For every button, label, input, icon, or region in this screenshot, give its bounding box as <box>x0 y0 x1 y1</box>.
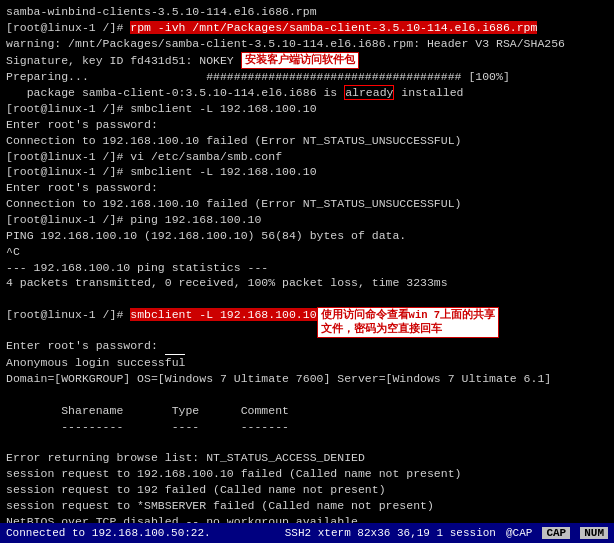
line-14: [root@linux-1 /]# ping 192.168.100.10 <box>6 212 608 228</box>
terminal-body[interactable]: samba-winbind-clients-3.5.10-114.el6.i68… <box>0 0 614 523</box>
line-25: Sharename Type Comment <box>6 403 608 419</box>
status-connection: Connected to 192.168.100.50:22. <box>6 527 275 539</box>
status-at: @CAP <box>506 527 532 539</box>
cap-badge: CAP <box>542 527 570 539</box>
line-8: Enter root's password: <box>6 117 608 133</box>
num-badge: NUM <box>580 527 608 539</box>
line-23: Domain=[WORKGROUP] OS=[Windows 7 Ultimat… <box>6 371 608 387</box>
line-30: session request to 192 failed (Called na… <box>6 482 608 498</box>
line-2: [root@linux-1 /]# rpm -ivh /mnt/Packages… <box>6 20 608 36</box>
annotation-install: 安装客户端访问软件包 <box>241 52 359 70</box>
line-5: Preparing... ###########################… <box>6 69 608 85</box>
line-9: Connection to 192.168.100.10 failed (Err… <box>6 133 608 149</box>
line-18: 4 packets transmitted, 0 received, 100% … <box>6 275 608 291</box>
line-6: package samba-client-0:3.5.10-114.el6.i6… <box>6 85 608 101</box>
line-32: NetBIOS over TCP disabled -- no workgrou… <box>6 514 608 523</box>
line-26: --------- ---- ------- <box>6 419 608 435</box>
line-19 <box>6 291 608 307</box>
line-1: samba-winbind-clients-3.5.10-114.el6.i68… <box>6 4 608 20</box>
line-20: [root@linux-1 /]# smbclient -L 192.168.1… <box>6 307 608 338</box>
line-4: Signature, key ID fd431d51: NOKEY 安装客户端访… <box>6 52 608 70</box>
line-29: session request to 192.168.100.10 failed… <box>6 466 608 482</box>
line-15: PING 192.168.100.10 (192.168.100.10) 56(… <box>6 228 608 244</box>
line-17: --- 192.168.100.10 ping statistics --- <box>6 260 608 276</box>
line-22: Anonymous login successful <box>6 355 608 371</box>
highlighted-cmd2: smbclient -L 192.168.100.10 <box>130 308 316 321</box>
line-28: Error returning browse list: NT_STATUS_A… <box>6 450 608 466</box>
line-24 <box>6 387 608 403</box>
line-10: [root@linux-1 /]# vi /etc/samba/smb.conf <box>6 149 608 165</box>
terminal-window: samba-winbind-clients-3.5.10-114.el6.i68… <box>0 0 614 543</box>
line-16: ^C <box>6 244 608 260</box>
line-31: session request to *SMBSERVER failed (Ca… <box>6 498 608 514</box>
line-13: Connection to 192.168.100.10 failed (Err… <box>6 196 608 212</box>
annotation-smbclient: 使用访问命令查看win 7上面的共享 文件，密码为空直接回车 <box>317 307 500 338</box>
line-7: [root@linux-1 /]# smbclient -L 192.168.1… <box>6 101 608 117</box>
line-27 <box>6 435 608 451</box>
status-ssh-info: SSH2 xterm 82x36 36,19 1 session <box>285 527 496 539</box>
statusbar: Connected to 192.168.100.50:22. SSH2 xte… <box>0 523 614 543</box>
highlighted-cmd: rpm -ivh /mnt/Packages/samba-client-3.5.… <box>130 21 537 34</box>
password-cursor <box>165 338 185 355</box>
line-11: [root@linux-1 /]# smbclient -L 192.168.1… <box>6 164 608 180</box>
line-3: warning: /mnt/Packages/samba-client-3.5.… <box>6 36 608 52</box>
line-12: Enter root's password: <box>6 180 608 196</box>
line-21: Enter root's password: <box>6 338 608 355</box>
